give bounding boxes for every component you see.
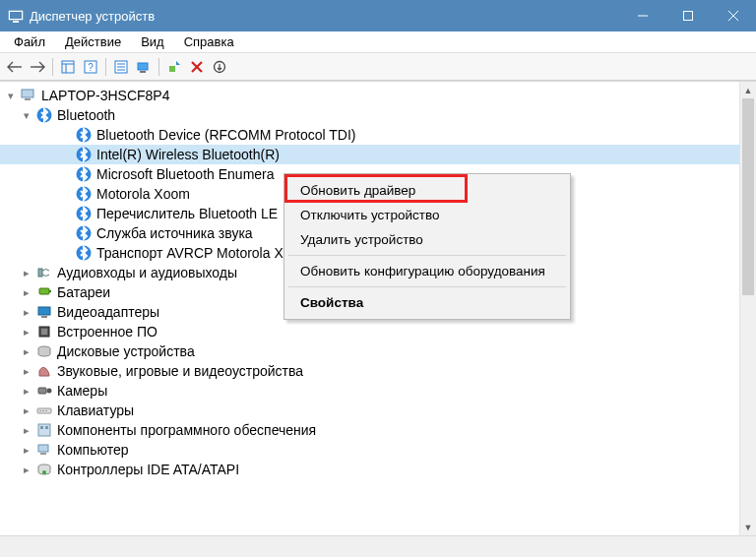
- svg-rect-1: [10, 12, 22, 19]
- category-icon: [35, 441, 53, 459]
- chevron-right-icon[interactable]: ▸: [20, 286, 33, 299]
- forward-button[interactable]: [27, 56, 48, 78]
- window-title: Диспетчер устройств: [30, 9, 620, 24]
- tree-label: Аудиовходы и аудиовыходы: [57, 265, 237, 280]
- device-manager-window: Диспетчер устройств Файл Действие Вид Сп…: [0, 0, 756, 557]
- menubar: Файл Действие Вид Справка: [0, 31, 756, 53]
- toolbar-separator: [52, 58, 53, 76]
- tree-label: Motorola Xoom: [96, 186, 190, 202]
- disable-button[interactable]: [209, 56, 230, 78]
- menu-action[interactable]: Действие: [55, 32, 131, 51]
- chevron-right-icon[interactable]: ▸: [20, 464, 33, 476]
- tree-item[interactable]: ▸ Bluetooth Device (RFCOMM Protocol TDI): [0, 125, 739, 145]
- tree-category[interactable]: ▸Звуковые, игровые и видеоустройства: [0, 361, 739, 381]
- tree-label: Bluetooth Device (RFCOMM Protocol TDI): [96, 127, 355, 143]
- toolbar: ?: [0, 53, 756, 81]
- tree-category[interactable]: ▸Встроенное ПО: [0, 322, 739, 341]
- vertical-scrollbar[interactable]: ▲ ▼: [739, 82, 756, 535]
- scroll-up-icon[interactable]: ▲: [740, 82, 756, 98]
- ctx-update-driver[interactable]: Обновить драйвер: [286, 178, 568, 203]
- tree-category[interactable]: ▸Компоненты программного обеспечения: [0, 420, 739, 440]
- bluetooth-icon: [75, 185, 93, 203]
- tree-category[interactable]: ▸Дисковые устройства: [0, 341, 739, 361]
- tree-label: Видеоадаптеры: [57, 304, 159, 320]
- tree-label: Контроллеры IDE ATA/ATAPI: [57, 462, 239, 477]
- scroll-down-icon[interactable]: ▼: [740, 519, 756, 535]
- toolbar-separator: [105, 58, 106, 76]
- tree-category[interactable]: ▸Клавиатуры: [0, 401, 739, 420]
- tree-label: LAPTOP-3HSCF8P4: [41, 88, 169, 103]
- menu-file[interactable]: Файл: [4, 32, 55, 51]
- category-icon: [35, 283, 53, 301]
- tree-label: Компьютер: [57, 442, 128, 458]
- category-icon: [35, 382, 53, 400]
- minimize-button[interactable]: [620, 0, 665, 31]
- category-icon: [35, 264, 53, 281]
- tree-label: Служба источника звука: [96, 225, 253, 241]
- category-icon: [35, 421, 53, 439]
- ctx-uninstall-device[interactable]: Удалить устройство: [286, 227, 568, 252]
- tree-root[interactable]: ▾ LAPTOP-3HSCF8P4: [0, 86, 739, 105]
- chevron-right-icon[interactable]: ▸: [20, 365, 33, 378]
- close-button[interactable]: [711, 0, 756, 31]
- chevron-down-icon[interactable]: ▾: [20, 109, 33, 122]
- svg-rect-40: [38, 388, 46, 394]
- svg-point-52: [42, 470, 46, 474]
- tree-label: Microsoft Bluetooth Enumera: [96, 166, 275, 182]
- chevron-right-icon[interactable]: ▸: [20, 326, 33, 339]
- svg-rect-47: [40, 426, 43, 429]
- svg-rect-48: [45, 426, 48, 429]
- tree-label: Камеры: [57, 383, 107, 399]
- scrollbar-thumb[interactable]: [742, 98, 754, 295]
- tree-category[interactable]: ▸Компьютер: [0, 440, 739, 460]
- bluetooth-icon: [75, 146, 93, 163]
- svg-rect-50: [40, 453, 46, 455]
- tree-label: Дисковые устройства: [57, 343, 195, 359]
- scan-hardware-button[interactable]: [133, 56, 155, 78]
- bluetooth-icon: [75, 205, 93, 222]
- properties-button[interactable]: [110, 56, 132, 78]
- menu-help[interactable]: Справка: [174, 32, 244, 51]
- chevron-right-icon[interactable]: ▸: [20, 404, 33, 417]
- chevron-right-icon[interactable]: ▸: [20, 424, 33, 437]
- ctx-properties[interactable]: Свойства: [286, 290, 568, 315]
- show-hide-console-tree-button[interactable]: [57, 56, 79, 78]
- back-button[interactable]: [4, 56, 26, 78]
- ctx-disable-device[interactable]: Отключить устройство: [286, 203, 568, 227]
- tree-category[interactable]: ▸Камеры: [0, 381, 739, 401]
- svg-rect-36: [41, 316, 47, 318]
- tree-label: Bluetooth: [57, 107, 115, 123]
- svg-rect-44: [42, 410, 44, 411]
- help-button[interactable]: ?: [80, 56, 101, 78]
- chevron-right-icon[interactable]: ▸: [20, 267, 33, 279]
- tree-category[interactable]: ▸Контроллеры IDE ATA/ATAPI: [0, 460, 739, 479]
- menu-view[interactable]: Вид: [131, 32, 174, 51]
- chevron-right-icon[interactable]: ▸: [20, 444, 33, 457]
- bluetooth-icon: [35, 106, 53, 124]
- category-icon: [35, 303, 53, 321]
- tree-label: Компоненты программного обеспечения: [57, 422, 316, 438]
- toolbar-separator: [158, 58, 159, 76]
- chevron-right-icon[interactable]: ▸: [20, 385, 33, 398]
- bluetooth-icon: [75, 244, 93, 262]
- chevron-right-icon[interactable]: ▸: [20, 306, 33, 319]
- bluetooth-icon: [75, 126, 93, 144]
- maximize-button[interactable]: [665, 0, 711, 31]
- chevron-down-icon[interactable]: ▾: [4, 90, 18, 102]
- uninstall-button[interactable]: [186, 56, 208, 78]
- update-driver-button[interactable]: [163, 56, 185, 78]
- ctx-scan-hardware[interactable]: Обновить конфигурацию оборудования: [286, 259, 568, 283]
- chevron-right-icon[interactable]: ▸: [20, 345, 33, 358]
- ctx-separator: [288, 255, 566, 256]
- tree-label: Клавиатуры: [57, 402, 134, 418]
- tree-category-bluetooth[interactable]: ▾ Bluetooth: [0, 105, 739, 125]
- bluetooth-icon: [75, 165, 93, 183]
- tree-item-selected[interactable]: ▸ Intel(R) Wireless Bluetooth(R): [0, 145, 739, 164]
- scrollbar-track[interactable]: [740, 98, 756, 519]
- svg-rect-49: [38, 445, 48, 452]
- app-icon: [8, 8, 24, 24]
- svg-rect-33: [39, 288, 49, 294]
- computer-icon: [20, 87, 37, 104]
- svg-rect-35: [38, 307, 50, 315]
- tree-area: ▾ LAPTOP-3HSCF8P4 ▾ Bluetooth ▸ Bluetoot…: [0, 81, 756, 535]
